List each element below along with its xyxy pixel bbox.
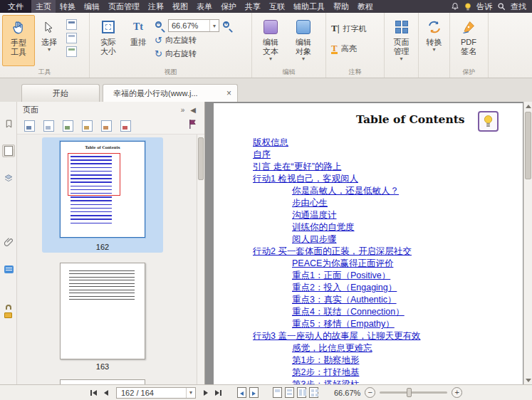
expand-panel-icon[interactable]: » (178, 106, 188, 114)
thumbnail-page-162[interactable]: Table of Contents (60, 141, 145, 238)
ribbon-flag-icon[interactable] (188, 119, 197, 132)
toc-link[interactable]: 第3步：搭好梁柱 (292, 379, 420, 384)
panel-scrollbar-thumb[interactable] (198, 137, 204, 180)
toc-link[interactable]: 第1步：勘察地形 (292, 354, 420, 367)
zoom-out-button[interactable]: − (365, 387, 375, 398)
toc-link[interactable]: PEACE为你赢得正面评价 (292, 258, 420, 270)
page-thumbnails-panel-icon[interactable] (2, 144, 15, 157)
facing-view-icon[interactable] (297, 387, 306, 398)
lightbulb-button[interactable] (478, 111, 499, 132)
page-number-combo[interactable]: 162 / 164 ▾ (116, 387, 196, 399)
menu-edit[interactable]: 编辑 (80, 0, 104, 13)
chevron-down-icon[interactable]: ▾ (186, 388, 195, 398)
menu-page-manage[interactable]: 页面管理 (104, 0, 144, 13)
collapse-panel-icon[interactable]: ◀ (187, 106, 199, 114)
clipboard-icon[interactable] (66, 19, 77, 30)
toc-link[interactable]: 沟通温度计 (292, 209, 420, 221)
continuous-facing-view-icon[interactable] (309, 387, 318, 398)
typewriter-button[interactable]: T| 打字机 (328, 21, 370, 36)
document-scrollbar[interactable] (523, 102, 532, 384)
thumbnail-page-162-selected[interactable]: Table of Contents 162 (42, 137, 163, 253)
menu-share[interactable]: 共享 (241, 0, 265, 13)
continuous-view-icon[interactable] (285, 387, 294, 398)
toc-link[interactable]: 重点2：投入（Engaging） (292, 282, 420, 294)
single-page-view-icon[interactable] (273, 387, 282, 398)
menu-protect[interactable]: 保护 (217, 0, 241, 13)
thumbnail-view-rectangle[interactable] (68, 153, 120, 196)
document-view[interactable]: Table of Contents 版权信息 自序 引言 走在“更好”的路上 行… (206, 102, 523, 384)
zoom-slider-track[interactable] (380, 391, 447, 394)
tab-start[interactable]: 开始 (21, 84, 100, 102)
menu-connect[interactable]: 互联 (265, 0, 289, 13)
layers-panel-icon[interactable] (2, 172, 15, 184)
first-page-button[interactable] (89, 389, 98, 397)
edit-object-button[interactable]: 编辑对象 ▾ (287, 15, 320, 66)
toc-link[interactable]: 重点4：联结（Connection） (292, 306, 420, 318)
notification-bell-icon[interactable] (451, 2, 459, 11)
toc-link[interactable]: 重点1：正面（Positive） (292, 270, 420, 282)
previous-view-icon[interactable] (237, 387, 246, 398)
menu-home[interactable]: 主页 (31, 0, 56, 13)
menu-file[interactable]: 文件 (0, 0, 31, 13)
toc-link[interactable]: 重点3：真实（Authentic） (292, 294, 420, 306)
insert-page-icon[interactable] (101, 120, 112, 132)
page-manage-button[interactable]: 页面管理 ▾ (387, 15, 416, 66)
scroll-down-arrow[interactable] (524, 376, 532, 384)
comments-panel-icon[interactable] (2, 263, 15, 275)
menu-help[interactable]: 帮助 (329, 0, 353, 13)
scroll-up-arrow[interactable] (524, 102, 532, 110)
security-panel-icon[interactable] (2, 304, 15, 317)
chevron-down-icon[interactable]: ▾ (209, 20, 219, 31)
scrollbar-thumb[interactable] (525, 112, 531, 179)
rotate-left-button[interactable]: ↺ 向左旋转 (155, 35, 233, 46)
toc-link[interactable]: 感觉，比信息更难忘 (292, 342, 420, 354)
zoom-in-icon[interactable]: + (222, 21, 233, 31)
thumbnail-page-164-partial[interactable] (60, 379, 145, 384)
toc-link[interactable]: 引言 走在“更好”的路上 (253, 161, 420, 173)
snapshot-icon[interactable] (66, 46, 77, 57)
menu-convert[interactable]: 转换 (56, 0, 80, 13)
zoom-slider-thumb[interactable] (407, 388, 412, 397)
toc-link[interactable]: 版权信息 (253, 137, 420, 149)
rotate-page-right-icon[interactable] (82, 120, 93, 132)
panel-scrollbar[interactable] (197, 135, 204, 384)
convert-button[interactable]: 转换 ▾ (421, 15, 447, 66)
menu-tutorial[interactable]: 教程 (353, 0, 377, 13)
find-icon[interactable] (497, 2, 506, 11)
toc-link[interactable]: 自序 (253, 149, 420, 161)
previous-page-button[interactable] (103, 389, 110, 397)
zoom-level-combo[interactable]: 66.67% ▾ (168, 19, 219, 32)
shrink-thumbnail-icon[interactable] (43, 120, 54, 132)
reflow-button[interactable]: Tt 重排 (125, 15, 152, 66)
delete-page-icon[interactable] (120, 120, 131, 132)
rotate-right-button[interactable]: ↻ 向右旋转 (155, 48, 233, 59)
toc-link[interactable]: 你是高敏人，还是低敏人？ (292, 185, 420, 197)
menu-view[interactable]: 视图 (168, 0, 192, 13)
toc-link[interactable]: 行动2 买一套体面的正装，开启深层社交 (253, 246, 420, 258)
bookmarks-panel-icon[interactable] (2, 117, 15, 130)
menu-comment[interactable]: 注释 (144, 0, 168, 13)
last-page-button[interactable] (214, 389, 223, 397)
toc-link[interactable]: 阅人四步骤 (292, 233, 420, 246)
edit-text-button[interactable]: 编辑文本 ▾ (254, 15, 287, 66)
menu-accessibility[interactable]: 辅助工具 (289, 0, 329, 13)
menu-form[interactable]: 表单 (192, 0, 217, 13)
toc-link[interactable]: 步由心生 (292, 197, 420, 209)
attachments-panel-icon[interactable] (2, 236, 15, 248)
hand-tool-button[interactable]: 手型工具 (2, 15, 35, 66)
close-tab-icon[interactable]: × (226, 88, 231, 98)
toc-link[interactable]: 行动3 盖一座动人的故事屋，让聊天更有效 (253, 330, 420, 342)
toc-link[interactable]: 第2步：打好地基 (292, 367, 420, 379)
enlarge-thumbnail-icon[interactable] (24, 120, 35, 132)
thumbnail-page-163[interactable] (60, 263, 145, 359)
next-view-icon[interactable] (249, 387, 259, 398)
actual-size-button[interactable]: 实际大小 (92, 15, 125, 66)
find-label[interactable]: 查找 (511, 0, 526, 13)
highlight-button[interactable]: T 高亮 (328, 41, 370, 56)
zoom-slider[interactable] (380, 387, 447, 398)
tell-me-label[interactable]: 告诉 (476, 0, 492, 13)
zoom-in-button[interactable]: + (452, 387, 462, 398)
zoom-out-icon[interactable]: − (155, 21, 165, 31)
tab-document[interactable]: 幸福的最小行动(www.j... × (103, 84, 238, 102)
pdf-sign-button[interactable]: PDF 签名 (452, 15, 485, 66)
